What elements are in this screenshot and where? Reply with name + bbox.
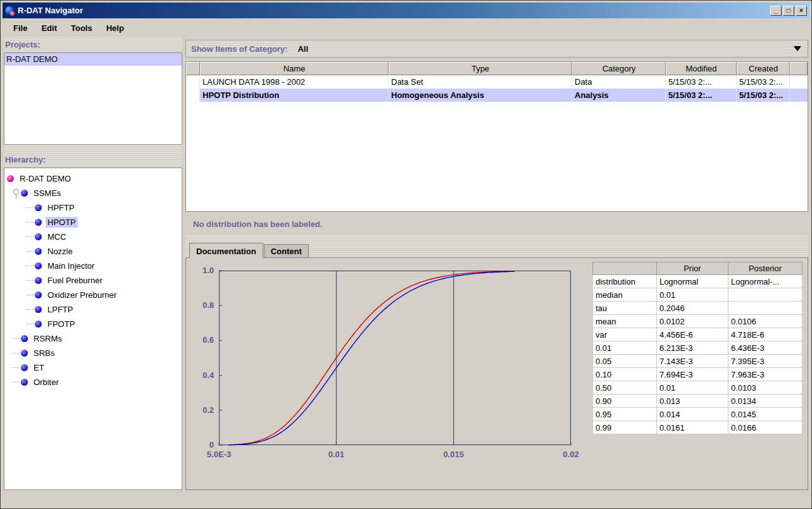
stats-col-posterior: Posterior — [728, 262, 802, 275]
tree-node-ssmes[interactable]: SSMEs — [4, 186, 182, 200]
tree-connector — [26, 324, 34, 324]
tree-node-et[interactable]: ET — [4, 360, 182, 375]
menu-edit[interactable]: Edit — [35, 21, 63, 35]
items-col-modified[interactable]: Modified — [666, 62, 737, 75]
tree-node-icon — [35, 277, 42, 284]
hierarchy-tree: R-DAT DEMOSSMEsHPFTPHPOTPMCCNozzleMain I… — [4, 168, 182, 490]
stats-row-0-90: 0.900.0130.0134 — [593, 395, 803, 408]
stats-value: 0.0102 — [656, 315, 728, 328]
stats-row-mean: mean0.01020.0106 — [593, 315, 803, 328]
hierarchy-label: Hierarchy: — [4, 152, 182, 168]
items-col-fill — [790, 62, 808, 75]
tree-node-fpotp[interactable]: FPOTP — [4, 317, 182, 331]
stats-value: 7.963E-3 — [728, 368, 802, 381]
cdf-plot-area — [219, 271, 571, 445]
tab-documentation[interactable]: Documentation — [189, 243, 263, 258]
cdf-chart: 00.20.40.60.81.05.0E-30.010.0150.02 — [190, 261, 592, 487]
cell-modified: 5/15/03 2:... — [666, 75, 737, 89]
minimize-button[interactable]: _ — [770, 6, 782, 16]
menu-help[interactable]: Help — [101, 21, 130, 35]
tab-content: 00.20.40.60.81.05.0E-30.010.0150.02 Prio… — [185, 257, 808, 490]
items-col-name[interactable]: Name — [200, 62, 389, 75]
tree-node-label: Orbiter — [32, 377, 61, 388]
stats-row-0-05: 0.057.143E-37.395E-3 — [593, 355, 803, 368]
horizontal-splitter[interactable] — [185, 236, 808, 242]
tree-node-hpotp[interactable]: HPOTP — [4, 215, 182, 230]
tree-connector — [26, 309, 34, 310]
stats-row-label: 0.50 — [593, 381, 657, 395]
stats-row-label: var — [593, 328, 657, 341]
stats-value: 7.143E-3 — [656, 355, 728, 368]
stats-row-0-50: 0.500.010.0103 — [593, 381, 803, 395]
stats-row-label: 0.95 — [593, 408, 657, 421]
stats-col-prior: Prior — [656, 262, 728, 275]
table-row-launch-data-1998-2002[interactable]: LAUNCH DATA 1998 - 2002Data SetData5/15/… — [186, 75, 808, 89]
stats-col-blank — [593, 262, 657, 275]
stats-value: 0.0145 — [728, 408, 802, 421]
tree-node-hpftp[interactable]: HPFTP — [4, 200, 182, 215]
tree-connector — [26, 295, 34, 295]
tab-content[interactable]: Content — [264, 244, 309, 258]
tree-node-mcc[interactable]: MCC — [4, 230, 182, 244]
tree-node-srbs[interactable]: SRBs — [4, 346, 182, 360]
title-bar[interactable]: R-DAT Navigator _ □ × — [3, 3, 809, 18]
y-tick-label: 0.2 — [190, 405, 214, 415]
tree-expander-icon[interactable] — [12, 188, 20, 199]
tree-node-nozzle[interactable]: Nozzle — [4, 244, 182, 259]
stats-value: 4.718E-6 — [728, 328, 802, 341]
table-row-hpotp-distribution[interactable]: HPOTP DistributionHomogeneous AnalysisAn… — [186, 89, 808, 102]
items-table-body: LAUNCH DATA 1998 - 2002Data SetData5/15/… — [186, 75, 808, 102]
stats-value: 0.013 — [656, 395, 728, 408]
items-col-created[interactable]: Created — [737, 62, 790, 75]
stats-value: 6.213E-3 — [656, 341, 728, 355]
prior-cdf-curve — [228, 271, 515, 445]
menu-file[interactable]: File — [8, 21, 33, 35]
tree-node-oxidizer-preburner[interactable]: Oxidizer Preburner — [4, 288, 182, 302]
projects-list: R-DAT DEMO — [4, 52, 182, 145]
window-controls: _ □ × — [770, 6, 807, 16]
tree-connector — [26, 251, 34, 252]
tree-node-fuel-preburner[interactable]: Fuel Preburner — [4, 273, 182, 288]
tree-node-label: ET — [32, 362, 46, 373]
tree-node-rsrms[interactable]: RSRMs — [4, 331, 182, 346]
tree-connector — [26, 207, 34, 208]
plot-border — [220, 271, 571, 445]
tree-node-label: RSRMs — [32, 333, 64, 344]
category-dropdown[interactable]: All — [297, 40, 808, 57]
stats-row-0-10: 0.107.694E-37.963E-3 — [593, 368, 803, 381]
tree-connector — [12, 367, 20, 368]
menu-tools[interactable]: Tools — [65, 21, 98, 35]
cell-created: 5/15/03 2:... — [737, 89, 790, 102]
maximize-button[interactable]: □ — [783, 6, 794, 16]
items-col-category[interactable]: Category — [572, 62, 666, 75]
tree-node-icon — [21, 379, 28, 386]
tree-node-icon — [35, 321, 42, 328]
tree-node-icon — [35, 219, 42, 226]
tree-node-lpftp[interactable]: LPFTP — [4, 302, 182, 317]
stats-value: 0.2046 — [656, 302, 728, 315]
app-window: R-DAT Navigator _ □ × FileEditToolsHelp … — [0, 0, 812, 509]
tree-node-orbiter[interactable]: Orbiter — [4, 375, 182, 389]
stats-value: 0.0103 — [728, 381, 802, 395]
tree-node-r-dat-demo[interactable]: R-DAT DEMO — [4, 171, 182, 186]
stats-row-label: 0.90 — [593, 395, 657, 408]
stats-row-median: median0.01 — [593, 288, 803, 302]
project-item-r-dat-demo[interactable]: R-DAT DEMO — [4, 53, 182, 66]
stats-value: 0.0161 — [656, 421, 728, 434]
stats-value — [728, 302, 802, 315]
stats-row-label: 0.01 — [593, 341, 657, 355]
tree-node-main-injector[interactable]: Main Injector — [4, 259, 182, 273]
tree-node-icon — [35, 248, 42, 255]
stats-row-label: 0.05 — [593, 355, 657, 368]
cell-type: Homogeneous Analysis — [389, 89, 572, 102]
items-col-gutter — [186, 62, 200, 75]
cell-category: Data — [572, 75, 666, 89]
chevron-down-icon — [794, 46, 801, 51]
stats-value: 7.395E-3 — [728, 355, 802, 368]
tree-connector — [12, 382, 20, 383]
tree-node-label: Main Injector — [46, 261, 96, 271]
items-col-type[interactable]: Type — [389, 62, 572, 75]
status-message: No distribution has been labeled. — [193, 219, 322, 229]
x-tick-label: 0.02 — [563, 450, 578, 459]
close-button[interactable]: × — [796, 6, 807, 16]
